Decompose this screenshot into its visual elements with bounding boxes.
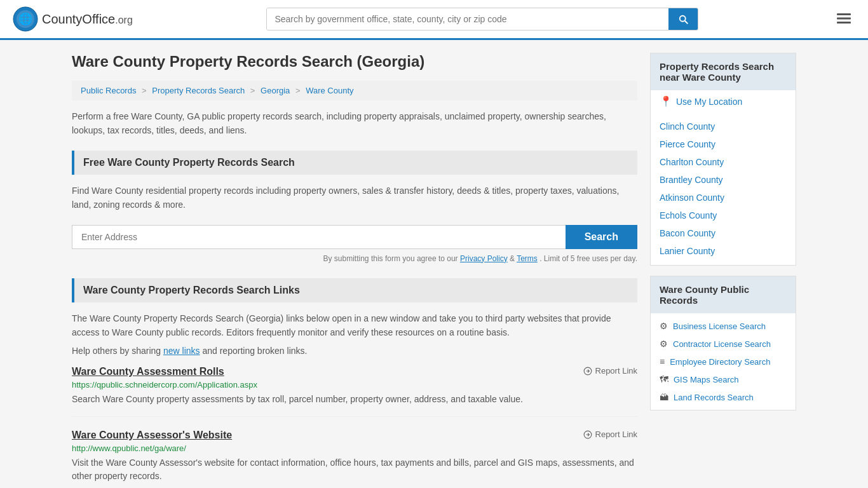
logo-text: CountyOffice.org (42, 12, 133, 27)
record-icon: 🏔 (660, 392, 668, 402)
record-description: Visit the Ware County Assessor's website… (72, 456, 637, 483)
share-text: Help others by sharing new links and rep… (72, 346, 637, 356)
breadcrumb-public-records[interactable]: Public Records (81, 86, 136, 95)
page-intro-text: Perform a free Ware County, GA public pr… (72, 109, 637, 138)
nearby-county-link[interactable]: Bacon County (651, 224, 796, 242)
report-icon (583, 367, 592, 376)
hamburger-menu-button[interactable] (832, 7, 855, 32)
records-container: Ware County Assessment Rolls Report Link… (72, 366, 637, 488)
search-icon (677, 13, 689, 25)
record-link-title[interactable]: Ware County Assessment Rolls (72, 366, 224, 377)
content-area: Ware County Property Records Search (Geo… (72, 53, 637, 488)
svg-text:🌐: 🌐 (18, 12, 33, 26)
nearby-county-item: Charlton County (651, 153, 796, 171)
free-search-description: Find Ware County residential property re… (72, 184, 637, 212)
public-record-link[interactable]: ⚙Contractor License Search (651, 335, 796, 353)
free-search-heading: Free Ware County Property Records Search (72, 151, 637, 175)
property-search-form: Search By submitting this form you agree… (72, 225, 637, 263)
use-location-item: 📍 Use My Location (651, 90, 796, 112)
breadcrumb-ware-county[interactable]: Ware County (306, 86, 353, 95)
nearby-county-item: Bacon County (651, 224, 796, 242)
public-records-heading: Ware County Public Records (651, 276, 796, 313)
record-icon: ⚙ (660, 321, 668, 331)
share-suffix: and reporting broken links. (202, 346, 307, 356)
public-records-list: ⚙Business License Search⚙Contractor Lice… (651, 313, 796, 410)
report-link-button[interactable]: Report Link (583, 430, 637, 439)
public-record-link[interactable]: 🏔Land Records Search (651, 388, 796, 406)
record-label: GIS Maps Search (674, 375, 739, 384)
svg-rect-3 (837, 13, 851, 15)
record-link-header: Ware County Assessor's Website Report Li… (72, 430, 637, 441)
svg-rect-4 (837, 17, 851, 19)
nearby-county-link[interactable]: Brantley County (651, 171, 796, 189)
nearby-county-item: Clinch County (651, 118, 796, 135)
record-label: Business License Search (673, 322, 766, 331)
disclaimer-text: By submitting this form you agree to our (323, 254, 458, 263)
logo[interactable]: 🌐 CountyOffice.org (13, 6, 133, 32)
record-icon: ≡ (660, 356, 665, 367)
record-icon: ⚙ (660, 339, 668, 349)
hamburger-icon (835, 10, 853, 27)
record-label: Contractor License Search (673, 339, 771, 349)
public-record-item: 🗺GIS Maps Search (651, 370, 796, 388)
breadcrumb-georgia[interactable]: Georgia (261, 86, 290, 95)
report-link-button[interactable]: Report Link (583, 366, 637, 376)
terms-link[interactable]: Terms (517, 254, 538, 263)
record-link-header: Ware County Assessment Rolls Report Link (72, 366, 637, 377)
nearby-county-link[interactable]: Clinch County (651, 118, 796, 135)
nearby-county-item: Lanier County (651, 242, 796, 260)
record-link-item: Ware County Assessment Rolls Report Link… (72, 366, 637, 417)
disclaimer-end: . Limit of 5 free uses per day. (539, 254, 637, 263)
breadcrumb-sep-1: > (142, 86, 147, 95)
disclaimer-ampersand: & (510, 254, 517, 263)
logo-icon: 🌐 (13, 6, 38, 32)
nearby-county-item: Echols County (651, 207, 796, 224)
public-record-item: ⚙Contractor License Search (651, 335, 796, 353)
nearby-county-link[interactable]: Lanier County (651, 242, 796, 260)
nearby-county-item: Atkinson County (651, 189, 796, 207)
nearby-county-link[interactable]: Echols County (651, 207, 796, 224)
record-link-title[interactable]: Ware County Assessor's Website (72, 430, 232, 441)
breadcrumb-sep-3: > (295, 86, 301, 95)
search-button[interactable]: Search (566, 225, 637, 249)
record-link-item: Ware County Assessor's Website Report Li… (72, 430, 637, 488)
search-form-row: Search (72, 225, 637, 249)
privacy-policy-link[interactable]: Privacy Policy (460, 254, 508, 263)
public-record-link[interactable]: 🗺GIS Maps Search (651, 370, 796, 388)
nearby-county-link[interactable]: Pierce County (651, 135, 796, 153)
header-search-button[interactable] (668, 8, 698, 30)
record-url: https://qpublic.schneidercorp.com/Applic… (72, 380, 637, 390)
public-record-item: ⚙Business License Search (651, 317, 796, 335)
nearby-county-item: Pierce County (651, 135, 796, 153)
header-search-input[interactable] (267, 8, 668, 30)
address-input[interactable] (72, 225, 566, 249)
links-intro-text: The Ware County Property Records Search … (72, 311, 637, 340)
record-label: Land Records Search (674, 393, 754, 402)
main-container: Ware County Property Records Search (Geo… (59, 40, 809, 488)
public-record-item: ≡Employee Directory Search (651, 353, 796, 370)
breadcrumb: Public Records > Property Records Search… (72, 81, 637, 100)
public-record-link[interactable]: ≡Employee Directory Search (651, 353, 796, 370)
links-section: Ware County Property Records Search Link… (72, 278, 637, 488)
nearby-county-link[interactable]: Charlton County (651, 153, 796, 171)
nearby-counties-section: Property Records Search near Ware County… (650, 53, 796, 266)
header-search-area (266, 8, 698, 30)
nearby-county-link[interactable]: Atkinson County (651, 189, 796, 207)
share-prefix: Help others by sharing (72, 346, 161, 356)
report-icon (583, 430, 592, 439)
use-my-location-link[interactable]: Use My Location (676, 97, 742, 107)
breadcrumb-sep-2: > (250, 86, 255, 95)
nearby-county-item: Brantley County (651, 171, 796, 189)
record-icon: 🗺 (660, 374, 668, 384)
page-title: Ware County Property Records Search (Geo… (72, 53, 637, 71)
svg-rect-5 (837, 22, 851, 24)
public-record-link[interactable]: ⚙Business License Search (651, 317, 796, 335)
public-record-item: 🏔Land Records Search (651, 388, 796, 406)
header-search-box (266, 8, 698, 30)
nearby-counties-heading: Property Records Search near Ware County (651, 53, 796, 90)
breadcrumb-property-records-search[interactable]: Property Records Search (152, 86, 245, 95)
location-dot-icon: 📍 (660, 95, 672, 107)
record-label: Employee Directory Search (670, 357, 770, 367)
nearby-counties-list: Clinch CountyPierce CountyCharlton Count… (651, 112, 796, 265)
new-links-link[interactable]: new links (163, 346, 200, 356)
